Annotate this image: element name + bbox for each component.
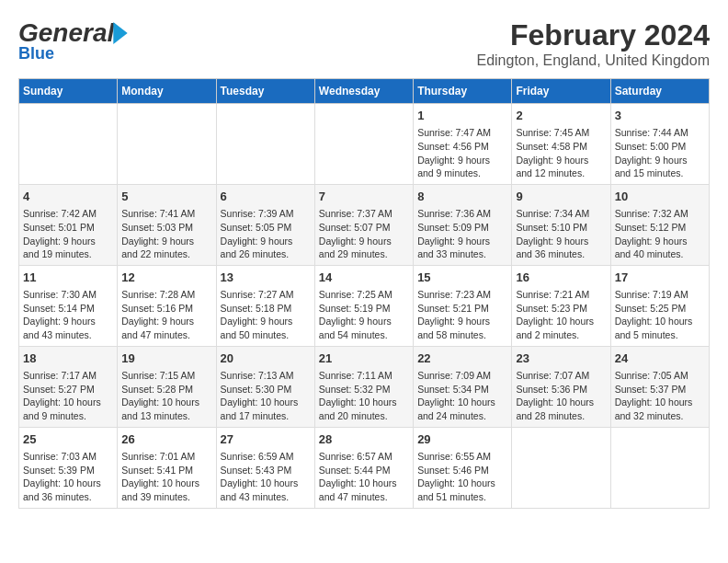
day-info: Sunrise: 7:41 AM Sunset: 5:03 PM Dayligh… (121, 207, 211, 261)
calendar-week-row: 11Sunrise: 7:30 AM Sunset: 5:14 PM Dayli… (19, 265, 710, 346)
calendar-title: February 2024 (476, 18, 710, 52)
calendar-cell: 9Sunrise: 7:34 AM Sunset: 5:10 PM Daylig… (512, 184, 610, 265)
day-number: 4 (23, 189, 113, 205)
day-number: 20 (221, 350, 311, 367)
calendar-cell: 12Sunrise: 7:28 AM Sunset: 5:16 PM Dayli… (118, 265, 216, 346)
logo-blue-text: Blue (18, 44, 54, 63)
day-info: Sunrise: 7:25 AM Sunset: 5:19 PM Dayligh… (319, 288, 409, 342)
day-number: 26 (121, 431, 211, 448)
day-number: 19 (121, 350, 211, 367)
calendar-cell: 2Sunrise: 7:45 AM Sunset: 4:58 PM Daylig… (512, 104, 610, 185)
day-number: 28 (319, 431, 409, 448)
calendar-cell: 28Sunrise: 6:57 AM Sunset: 5:44 PM Dayli… (314, 427, 413, 508)
day-number: 9 (516, 189, 606, 205)
day-info: Sunrise: 7:42 AM Sunset: 5:01 PM Dayligh… (23, 207, 113, 261)
calendar-cell (118, 104, 216, 185)
calendar-cell: 7Sunrise: 7:37 AM Sunset: 5:07 PM Daylig… (314, 184, 413, 265)
day-number: 25 (23, 431, 113, 448)
day-number: 23 (516, 350, 606, 367)
calendar-title-block: February 2024 Edington, England, United … (476, 18, 710, 69)
weekday-header: Monday (118, 79, 216, 104)
day-number: 21 (319, 350, 409, 367)
day-info: Sunrise: 7:13 AM Sunset: 5:30 PM Dayligh… (221, 369, 311, 423)
calendar-cell: 21Sunrise: 7:11 AM Sunset: 5:32 PM Dayli… (314, 346, 413, 427)
day-info: Sunrise: 7:30 AM Sunset: 5:14 PM Dayligh… (23, 288, 113, 342)
calendar-table: SundayMondayTuesdayWednesdayThursdayFrid… (18, 78, 710, 509)
calendar-cell: 19Sunrise: 7:15 AM Sunset: 5:28 PM Dayli… (118, 346, 216, 427)
weekday-header: Sunday (19, 79, 118, 104)
day-number: 11 (23, 270, 113, 286)
day-number: 8 (417, 189, 507, 205)
weekday-header: Tuesday (216, 79, 314, 104)
day-number: 10 (615, 189, 705, 205)
day-info: Sunrise: 7:21 AM Sunset: 5:23 PM Dayligh… (516, 288, 606, 342)
day-info: Sunrise: 7:01 AM Sunset: 5:41 PM Dayligh… (121, 450, 211, 504)
day-number: 18 (23, 350, 113, 367)
day-number: 24 (615, 350, 705, 367)
weekday-header: Thursday (414, 79, 512, 104)
day-info: Sunrise: 6:57 AM Sunset: 5:44 PM Dayligh… (319, 450, 409, 504)
calendar-cell: 25Sunrise: 7:03 AM Sunset: 5:39 PM Dayli… (19, 427, 118, 508)
day-info: Sunrise: 7:32 AM Sunset: 5:12 PM Dayligh… (615, 207, 705, 261)
calendar-cell: 3Sunrise: 7:44 AM Sunset: 5:00 PM Daylig… (610, 104, 709, 185)
calendar-cell: 18Sunrise: 7:17 AM Sunset: 5:27 PM Dayli… (19, 346, 118, 427)
day-info: Sunrise: 7:28 AM Sunset: 5:16 PM Dayligh… (121, 288, 211, 342)
calendar-cell: 6Sunrise: 7:39 AM Sunset: 5:05 PM Daylig… (216, 184, 314, 265)
weekday-header: Saturday (610, 79, 709, 104)
day-info: Sunrise: 7:44 AM Sunset: 5:00 PM Dayligh… (615, 126, 705, 180)
day-info: Sunrise: 7:45 AM Sunset: 4:58 PM Dayligh… (516, 126, 606, 180)
day-info: Sunrise: 7:09 AM Sunset: 5:34 PM Dayligh… (417, 369, 507, 423)
calendar-header-row: SundayMondayTuesdayWednesdayThursdayFrid… (19, 79, 710, 104)
day-info: Sunrise: 7:27 AM Sunset: 5:18 PM Dayligh… (221, 288, 311, 342)
calendar-week-row: 25Sunrise: 7:03 AM Sunset: 5:39 PM Dayli… (19, 427, 710, 508)
calendar-cell: 22Sunrise: 7:09 AM Sunset: 5:34 PM Dayli… (414, 346, 512, 427)
calendar-subtitle: Edington, England, United Kingdom (476, 52, 710, 69)
day-info: Sunrise: 7:19 AM Sunset: 5:25 PM Dayligh… (615, 288, 705, 342)
calendar-cell: 29Sunrise: 6:55 AM Sunset: 5:46 PM Dayli… (414, 427, 512, 508)
day-number: 22 (417, 350, 507, 367)
calendar-cell: 26Sunrise: 7:01 AM Sunset: 5:41 PM Dayli… (118, 427, 216, 508)
day-info: Sunrise: 7:36 AM Sunset: 5:09 PM Dayligh… (417, 207, 507, 261)
svg-marker-0 (114, 22, 128, 44)
calendar-cell (216, 104, 314, 185)
calendar-cell: 27Sunrise: 6:59 AM Sunset: 5:43 PM Dayli… (216, 427, 314, 508)
calendar-cell: 13Sunrise: 7:27 AM Sunset: 5:18 PM Dayli… (216, 265, 314, 346)
logo: General Blue (18, 18, 129, 63)
day-number: 12 (121, 270, 211, 286)
calendar-cell: 17Sunrise: 7:19 AM Sunset: 5:25 PM Dayli… (610, 265, 709, 346)
day-info: Sunrise: 7:11 AM Sunset: 5:32 PM Dayligh… (319, 369, 409, 423)
day-info: Sunrise: 7:47 AM Sunset: 4:56 PM Dayligh… (417, 126, 507, 180)
day-info: Sunrise: 7:17 AM Sunset: 5:27 PM Dayligh… (23, 369, 113, 423)
day-number: 2 (516, 108, 606, 124)
calendar-cell: 15Sunrise: 7:23 AM Sunset: 5:21 PM Dayli… (414, 265, 512, 346)
day-info: Sunrise: 7:39 AM Sunset: 5:05 PM Dayligh… (221, 207, 311, 261)
calendar-week-row: 1Sunrise: 7:47 AM Sunset: 4:56 PM Daylig… (19, 104, 710, 185)
calendar-cell (610, 427, 709, 508)
calendar-week-row: 4Sunrise: 7:42 AM Sunset: 5:01 PM Daylig… (19, 184, 710, 265)
weekday-header: Wednesday (314, 79, 413, 104)
calendar-cell: 1Sunrise: 7:47 AM Sunset: 4:56 PM Daylig… (414, 104, 512, 185)
calendar-cell: 20Sunrise: 7:13 AM Sunset: 5:30 PM Dayli… (216, 346, 314, 427)
day-number: 17 (615, 270, 705, 286)
day-number: 16 (516, 270, 606, 286)
day-info: Sunrise: 7:15 AM Sunset: 5:28 PM Dayligh… (121, 369, 211, 423)
day-number: 27 (221, 431, 311, 448)
day-info: Sunrise: 6:59 AM Sunset: 5:43 PM Dayligh… (221, 450, 311, 504)
day-number: 3 (615, 108, 705, 124)
day-info: Sunrise: 6:55 AM Sunset: 5:46 PM Dayligh… (417, 450, 507, 504)
day-number: 15 (417, 270, 507, 286)
day-number: 1 (417, 108, 507, 124)
day-number: 13 (221, 270, 311, 286)
calendar-cell (19, 104, 118, 185)
day-info: Sunrise: 7:03 AM Sunset: 5:39 PM Dayligh… (23, 450, 113, 504)
day-info: Sunrise: 7:37 AM Sunset: 5:07 PM Dayligh… (319, 207, 409, 261)
day-info: Sunrise: 7:07 AM Sunset: 5:36 PM Dayligh… (516, 369, 606, 423)
calendar-cell: 24Sunrise: 7:05 AM Sunset: 5:37 PM Dayli… (610, 346, 709, 427)
day-number: 7 (319, 189, 409, 205)
calendar-cell: 23Sunrise: 7:07 AM Sunset: 5:36 PM Dayli… (512, 346, 610, 427)
calendar-cell (512, 427, 610, 508)
calendar-cell: 8Sunrise: 7:36 AM Sunset: 5:09 PM Daylig… (414, 184, 512, 265)
day-number: 6 (221, 189, 311, 205)
day-info: Sunrise: 7:23 AM Sunset: 5:21 PM Dayligh… (417, 288, 507, 342)
calendar-cell: 11Sunrise: 7:30 AM Sunset: 5:14 PM Dayli… (19, 265, 118, 346)
